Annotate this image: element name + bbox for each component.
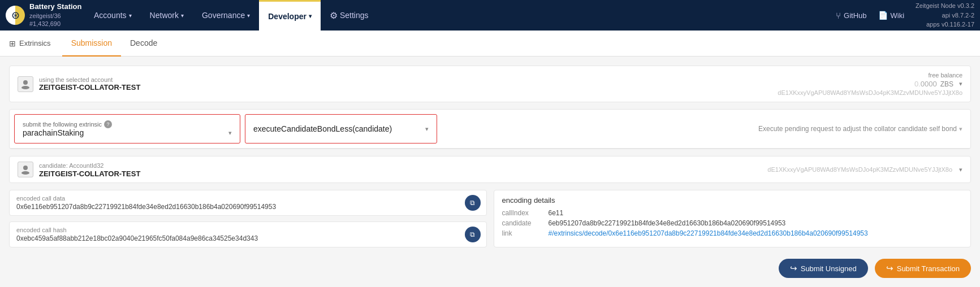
brand-logo-icon: ⊛ [6,6,25,25]
tab-decode[interactable]: Decode [121,31,166,56]
encoding-details-panel: encoding details callIndex 6e11 candidat… [494,190,972,247]
encoded-hash-content: encoded call hash 0xebc459a5af88abb212e1… [16,227,460,242]
svg-point-3 [21,171,29,175]
svg-point-2 [23,166,28,170]
extrinsic-module-selector[interactable]: submit the following extrinsic ? paracha… [14,114,240,144]
nav-right-links: ⑂ GitHub 📄 Wiki Zeitgeist Node v0.3.2 ap… [836,1,974,29]
submit-unsigned-button[interactable]: ↪ Submit Unsigned [779,259,868,278]
candidate-info: candidate: AccountId32 ZEITGEIST-COLLATO… [39,161,140,178]
brand-logo-area[interactable]: ⊛ Battery Station zeitgeist/36 #1,432,69… [6,2,85,28]
github-icon: ⑂ [836,11,841,20]
main-content: using the selected account ZEITGEIST-COL… [0,56,980,287]
balance-value: 0.0000 [914,80,937,88]
copy-icon: ⧉ [470,199,475,207]
nav-item-settings[interactable]: ⚙ Settings [321,0,378,31]
governance-chevron-icon: ▾ [247,12,250,19]
candidate-right: dE1XKxxyVgAPU8WAd8YMsWsDJo4pK3MZzvMDUNve… [767,166,962,173]
brand-name: Battery Station [29,2,81,12]
encoded-call-item: encoded call data 0x6e116eb951207da8b9c2… [9,190,487,216]
extrinsic-card: submit the following extrinsic ? paracha… [9,109,971,149]
github-link[interactable]: ⑂ GitHub [836,11,866,20]
submit-unsigned-icon: ↪ [790,263,797,273]
top-navigation: ⊛ Battery Station zeitgeist/36 #1,432,69… [0,0,980,31]
extrinsic-module-value[interactable]: parachainStaking ▾ [23,128,232,137]
nav-item-network[interactable]: Network ▾ [141,0,193,31]
tab-bar: ⊞ Extrinsics Submission Decode [0,31,980,56]
extrinsics-icon: ⊞ [9,39,16,48]
wiki-link[interactable]: 📄 Wiki [878,11,905,20]
module-dropdown-arrow: ▾ [228,129,232,137]
copy-icon-2: ⧉ [470,231,475,238]
svg-point-1 [21,86,29,89]
candidate-card: candidate: AccountId32 ZEITGEIST-COLLATO… [9,156,971,183]
accounts-chevron-icon: ▾ [129,12,132,19]
svg-point-0 [23,80,28,85]
enc-callindex-row: callIndex 6e11 [502,209,963,217]
candidate-dropdown-arrow[interactable]: ▾ [959,166,962,173]
developer-chevron-icon: ▾ [309,13,312,19]
brand-text: Battery Station zeitgeist/36 #1,432,690 [29,2,81,28]
submit-transaction-icon: ↪ [886,263,893,273]
candidate-row: candidate: AccountId32 ZEITGEIST-COLLATO… [18,161,962,178]
encoded-call-content: encoded call data 0x6e116eb951207da8b9c2… [16,195,460,211]
account-info: using the selected account ZEITGEIST-COL… [39,76,140,92]
balance-row: 0.0000 ZBS ▾ [914,80,962,88]
encoding-left: encoded call data 0x6e116eb951207da8b9c2… [9,190,487,247]
account-card: using the selected account ZEITGEIST-COL… [9,66,971,102]
candidate-left: candidate: AccountId32 ZEITGEIST-COLLATO… [18,161,140,178]
brand-sub: zeitgeist/36 #1,432,690 [29,12,81,28]
desc-dropdown-arrow: ▾ [959,125,962,133]
nav-items: Accounts ▾ Network ▾ Governance ▾ Develo… [85,0,836,31]
encoded-hash-item: encoded call hash 0xebc459a5af88abb212e1… [9,221,487,247]
encoding-grid: encoded call data 0x6e116eb951207da8b9c2… [9,190,971,247]
account-right: free balance 0.0000 ZBS ▾ dE1XKxxyVgAPU8… [778,72,962,96]
extrinsic-description: Execute pending request to adjust the co… [442,110,970,148]
account-icon [18,76,33,92]
account-dropdown-arrow[interactable]: ▾ [959,80,962,88]
account-row: using the selected account ZEITGEIST-COL… [18,72,962,96]
help-icon[interactable]: ? [104,120,112,128]
extrinsics-section-label: ⊞ Extrinsics [9,39,62,48]
copy-call-hash-button[interactable]: ⧉ [465,227,481,242]
method-dropdown-arrow: ▾ [425,125,429,133]
nav-item-accounts[interactable]: Accounts ▾ [85,0,141,31]
enc-candidate-row: candidate 6eb951207da8b9c22719921b84fde3… [502,219,963,227]
nav-item-governance[interactable]: Governance ▾ [193,0,259,31]
candidate-icon [18,162,33,177]
settings-gear-icon: ⚙ [330,10,338,21]
tab-submission[interactable]: Submission [62,31,121,56]
extrinsic-row: submit the following extrinsic ? paracha… [10,110,970,149]
extrinsic-method-selector[interactable]: executeCandidateBondLess(candidate) ▾ [245,114,437,144]
version-info: Zeitgeist Node v0.3.2 api v8.7.2-2 apps … [916,1,974,29]
enc-link-row: link #/extrinsics/decode/0x6e116eb951207… [502,229,963,237]
submit-row: ↪ Submit Unsigned ↪ Submit Transaction [9,254,971,278]
account-left: using the selected account ZEITGEIST-COL… [18,76,140,92]
extrinsic-label: submit the following extrinsic ? [23,120,232,128]
encoding-details-link[interactable]: #/extrinsics/decode/0x6e116eb951207da8b9… [549,229,868,237]
submit-transaction-button[interactable]: ↪ Submit Transaction [875,259,971,278]
copy-call-data-button[interactable]: ⧉ [465,195,481,211]
nav-item-developer[interactable]: Developer ▾ [259,0,321,31]
wiki-icon: 📄 [878,11,888,20]
network-chevron-icon: ▾ [181,12,184,19]
